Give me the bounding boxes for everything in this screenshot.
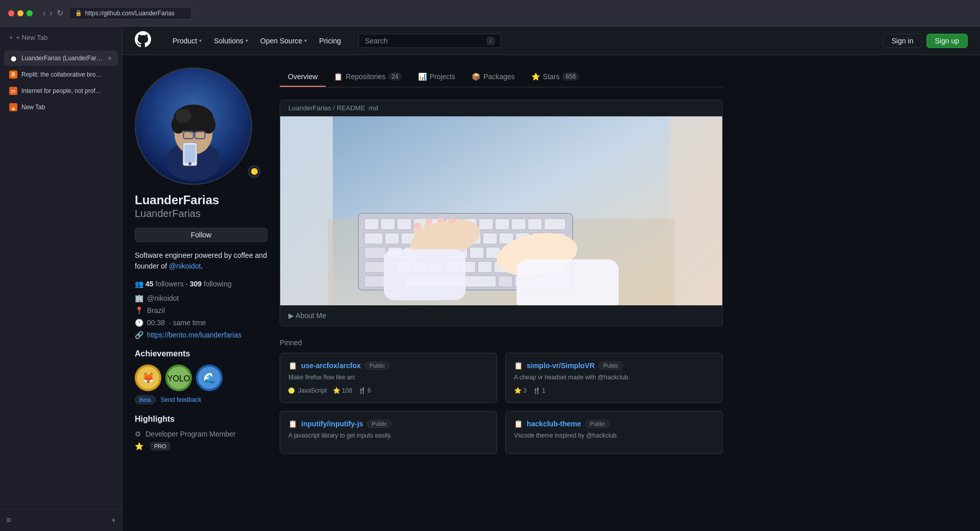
svg-text:🦊: 🦊 <box>142 372 155 384</box>
svg-text:YOLO: YOLO <box>167 374 190 383</box>
tab-item-replit[interactable]: R Replit: the collaborative browser ... … <box>4 67 118 82</box>
tab-repositories-icon: 📋 <box>334 73 342 81</box>
address-bar[interactable]: 🔒 https://github.com/LuanderFarias <box>69 7 192 19</box>
tab-close-luanderfarias[interactable]: × <box>107 54 113 62</box>
tab-item-newtab[interactable]: 🔥 New Tab × <box>4 100 118 115</box>
achievements-grid: 🦊 YOLO <box>135 365 267 391</box>
pin-card-4-name[interactable]: hackclub-theme <box>527 420 581 428</box>
profile-bio: Software engineer powered by coffee and … <box>135 250 267 272</box>
pin-card-3-header: 📋 inputify/inputify-js Public <box>288 420 488 428</box>
svg-rect-39 <box>364 233 383 244</box>
tab-title-replit: Replit: the collaborative browser ... <box>21 71 103 78</box>
about-me-toggle: ▶ About Me <box>288 311 326 320</box>
profile-detail-website: 🔗 https://bento.me/luanderfarias <box>135 331 267 339</box>
minimize-traffic-light[interactable] <box>17 10 23 16</box>
tab-stars-count: 656 <box>562 73 579 81</box>
solutions-chevron-icon: ▾ <box>246 38 248 43</box>
nav-pricing[interactable]: Pricing <box>314 34 346 48</box>
maximize-traffic-light[interactable] <box>27 10 33 16</box>
fork-icon-2: 🍴 <box>533 387 541 394</box>
tab-favicon-newtab: 🔥 <box>9 103 17 111</box>
tab-stars-icon: ⭐ <box>531 73 540 81</box>
pin-card-2-name[interactable]: simplo-vr/SimploVR <box>527 361 595 370</box>
address-text: https://github.com/LuanderFarias <box>85 10 175 17</box>
profile-main: Overview 📋 Repositories 24 📊 Projects 📦 … <box>280 67 723 454</box>
sidebar-top: + + New Tab <box>0 27 122 49</box>
nav-solutions[interactable]: Solutions ▾ <box>209 34 253 48</box>
github-nav-auth: Sign in Sign up <box>883 34 968 48</box>
follow-button[interactable]: Follow <box>135 228 267 242</box>
achievement-badge-1[interactable]: 🦊 <box>135 365 161 391</box>
fork-icon-1: 🍴 <box>358 387 366 394</box>
pin-card-1-visibility: Public <box>365 361 389 370</box>
followers-count: 45 <box>145 280 154 288</box>
browser-chrome: ‹ › ↻ 🔒 https://github.com/LuanderFarias <box>0 0 980 27</box>
readme-card: LuanderFarias / README .md <box>280 100 723 326</box>
forward-button[interactable]: › <box>50 8 52 18</box>
pin-card-4-desc: Vscode theme inspired by @hackclub. <box>514 432 714 439</box>
svg-rect-50 <box>364 247 386 258</box>
close-traffic-light[interactable] <box>8 10 14 16</box>
sidebar-expand-button[interactable]: ≡ <box>4 514 13 527</box>
tab-item-mozilla[interactable]: m Internet for people, not profit —... × <box>4 83 118 99</box>
tab-repositories[interactable]: 📋 Repositories 24 <box>326 67 409 87</box>
svg-rect-37 <box>528 219 542 230</box>
tab-packages[interactable]: 📦 Packages <box>463 67 523 87</box>
website-link[interactable]: https://bento.me/luanderfarias <box>147 331 241 339</box>
tab-overview[interactable]: Overview <box>280 67 326 87</box>
app-layout: + + New Tab ⬤ LuanderFarias (LuanderFari… <box>0 27 980 531</box>
nav-open-source[interactable]: Open Source ▾ <box>255 34 312 48</box>
reload-button[interactable]: ↻ <box>57 8 63 18</box>
org-link[interactable]: @nikoidot <box>169 262 201 270</box>
tab-stars[interactable]: ⭐ Stars 656 <box>523 67 587 87</box>
pin-card-1-icon: 📋 <box>288 361 297 370</box>
tab-repositories-label: Repositories <box>346 73 385 81</box>
nav-product[interactable]: Product ▾ <box>167 34 207 48</box>
highlight-icon-star: ⭐ <box>135 442 143 450</box>
search-kbd: / <box>487 37 495 45</box>
followers-icon: 👥 <box>135 280 143 288</box>
svg-rect-56 <box>470 247 484 258</box>
followers-row: 👥 45 followers · 309 following <box>135 280 267 288</box>
signin-button[interactable]: Sign in <box>883 34 922 48</box>
search-box[interactable]: Search / <box>358 34 501 48</box>
pinned-section: Pinned 📋 use-arcfox/arcfox Public Make f… <box>280 339 723 454</box>
tab-favicon-luanderfarias: ⬤ <box>9 54 17 62</box>
avatar-container: 🟡 <box>135 67 267 185</box>
svg-rect-74 <box>498 276 512 287</box>
about-me-section[interactable]: ▶ About Me <box>280 305 722 326</box>
sidebar-add-button[interactable]: + <box>109 514 118 527</box>
pin-card-3-name[interactable]: inputify/inputify-js <box>301 420 363 428</box>
svg-rect-40 <box>385 233 399 244</box>
tab-packages-label: Packages <box>483 73 514 81</box>
pin-card-2-icon: 📋 <box>514 361 523 370</box>
github-logo[interactable] <box>135 31 151 50</box>
lang-dot-js <box>288 388 295 394</box>
back-button[interactable]: ‹ <box>43 8 45 18</box>
followers-label: followers <box>156 280 184 288</box>
pin-card-2-header: 📋 simplo-vr/SimploVR Public <box>514 361 714 370</box>
signup-button[interactable]: Sign up <box>926 34 968 48</box>
pin-card-1-forks: 🍴 6 <box>358 387 371 394</box>
product-chevron-icon: ▾ <box>199 38 202 43</box>
tab-item-luanderfarias[interactable]: ⬤ LuanderFarias (LuanderFarias) ... × <box>4 51 118 66</box>
highlights-section: Highlights ⚙ Developer Program Member ⭐ … <box>135 415 267 450</box>
svg-rect-46 <box>483 233 497 244</box>
link-icon: 🔗 <box>135 331 143 339</box>
pro-badge: PRO <box>151 442 170 450</box>
profile-username: LuanderFarias <box>135 208 267 220</box>
pin-card-3-desc: A javascript library to get inputs easil… <box>288 432 488 439</box>
org-name: @nikoidot <box>147 294 179 302</box>
profile-detail-location: 📍 Brazil <box>135 306 267 315</box>
achievement-badge-3[interactable]: 🌊 <box>196 365 223 391</box>
pin-card-1-header: 📋 use-arcfox/arcfox Public <box>288 361 488 370</box>
pin-card-1: 📋 use-arcfox/arcfox Public Make firefox … <box>280 353 497 403</box>
svg-point-7 <box>176 109 191 124</box>
svg-rect-67 <box>478 261 492 273</box>
new-tab-button[interactable]: + + New Tab <box>4 31 118 44</box>
tab-projects[interactable]: 📊 Projects <box>410 67 464 87</box>
readme-body: ▶ About Me <box>280 116 722 326</box>
achievement-badge-2[interactable]: YOLO <box>165 365 192 391</box>
pin-card-1-name[interactable]: use-arcfox/arcfox <box>301 361 361 370</box>
feedback-link[interactable]: Send feedback <box>161 396 202 403</box>
